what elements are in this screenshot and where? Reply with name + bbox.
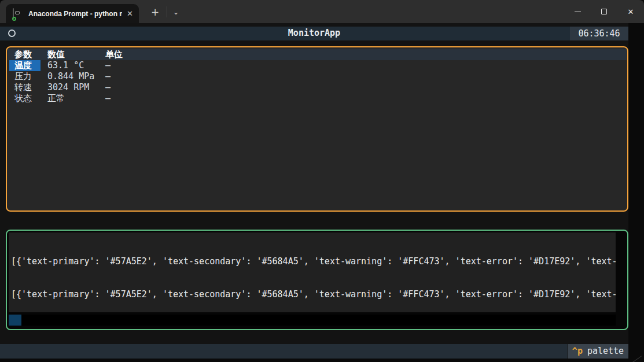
data-table-panel[interactable]: 参数 数值 单位 温度 63.1 °C — 压力 0.844 MPa — 转速 … [6,46,628,212]
table-row[interactable]: 压力 0.844 MPa — [8,71,627,82]
cell-unit[interactable]: — [98,60,627,71]
plus-icon: + [151,6,159,18]
minimize-icon [575,12,581,12]
new-tab-button[interactable]: + [146,5,164,20]
app-header: MonitorApp 06:36:46 [0,27,628,40]
maximize-icon [601,9,607,14]
tab-close-icon[interactable]: ✕ [127,9,133,18]
horizontal-scrollbar[interactable] [9,315,616,326]
cell-param[interactable]: 状态 [9,93,41,104]
anaconda-icon [13,9,23,19]
log-panel[interactable]: [{'text-primary': '#57A5E2', 'text-secon… [6,230,628,330]
minimize-button[interactable] [564,0,591,23]
chevron-down-icon: ⌄ [173,8,179,16]
header-clock: 06:36:46 [570,27,628,40]
column-header-unit: 单位 [98,49,627,60]
app-footer: ^p palette [0,344,628,359]
terminal-window: Anaconda Prompt - python m ✕ + ⌄ ✕ Monit… [0,0,644,362]
cell-value[interactable]: 3024 RPM [41,82,98,93]
table-row[interactable]: 温度 63.1 °C — [8,60,627,71]
cell-param[interactable]: 转速 [9,82,41,93]
column-header-value: 数值 [41,49,98,60]
table-row[interactable]: 转速 3024 RPM — [8,82,627,93]
tab-dropdown-button[interactable]: ⌄ [167,5,185,20]
log-line: [{'text-primary': '#57A5E2', 'text-secon… [11,256,616,267]
cell-unit[interactable]: — [98,71,627,82]
app-title: MonitorApp [0,28,628,39]
window-controls: ✕ [564,0,644,23]
key-label: palette [587,346,624,357]
table-row[interactable]: 状态 正常 — [8,93,627,104]
cell-value[interactable]: 63.1 °C [41,60,98,71]
close-icon: ✕ [628,8,634,16]
log-line: [{'text-primary': '#57A5E2', 'text-secon… [11,289,616,300]
titlebar: Anaconda Prompt - python m ✕ + ⌄ ✕ [0,0,644,23]
cell-value[interactable]: 正常 [41,93,98,104]
tab-title: Anaconda Prompt - python m [28,10,122,18]
maximize-button[interactable] [591,0,617,23]
log-content: [{'text-primary': '#57A5E2', 'text-secon… [9,232,616,312]
terminal-tab[interactable]: Anaconda Prompt - python m ✕ [6,4,139,23]
cell-param[interactable]: 压力 [9,71,41,82]
cell-unit[interactable]: — [98,93,627,104]
scrollbar-handle[interactable] [9,315,21,326]
footer-palette-key[interactable]: ^p palette [567,344,628,359]
resize-grip[interactable] [630,356,642,362]
close-button[interactable]: ✕ [617,0,644,23]
column-header-param: 参数 [9,49,41,60]
cell-param-selected[interactable]: 温度 [9,60,41,71]
table-header-row: 参数 数值 单位 [8,49,627,60]
key-binding: ^p [572,346,583,357]
cell-value[interactable]: 0.844 MPa [41,71,98,82]
cell-unit[interactable]: — [98,82,627,93]
terminal-content: MonitorApp 06:36:46 参数 数值 单位 温度 63.1 °C … [0,23,628,359]
